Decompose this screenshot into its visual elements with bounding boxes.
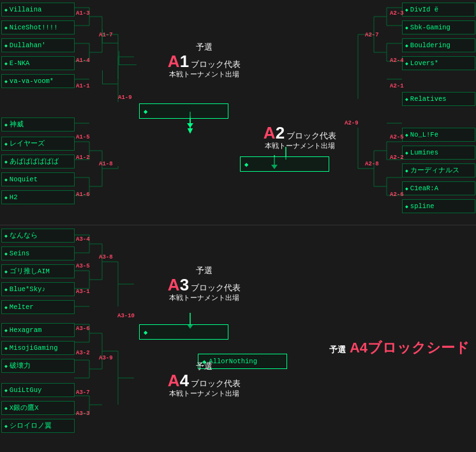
match-label-a1-6: A1-6 <box>76 192 90 198</box>
match-label-a3-10: A3-10 <box>117 313 135 319</box>
team-row: ◆ H2 <box>1 190 75 204</box>
match-label-a3-3: A3-3 <box>76 411 90 417</box>
team-row: ◆ カーディナルス <box>402 163 475 177</box>
team-row: ◆ Melter <box>1 300 75 314</box>
team-row-relatives: ◆ Relatives <box>402 92 475 106</box>
team-row: ◆ MisojiGaming <box>1 341 75 355</box>
match-label-a2-7: A2-7 <box>365 32 379 38</box>
team-row: ◆ Blue*Sky♪ <box>1 282 75 296</box>
team-row: ◆ X銀の鷹X <box>1 401 75 415</box>
match-label-a2-8: A2-8 <box>365 161 379 167</box>
team-row: ◆ Seins <box>1 246 75 260</box>
match-label-a3-2: A3-2 <box>76 350 90 356</box>
team-row: ◆ NiceShot!!!! <box>1 20 75 34</box>
svg-marker-93 <box>187 123 193 128</box>
team-row: ◆ Hexagram <box>1 323 75 337</box>
block-a1-label: 予選 A1 ブロック代表 本戦トーナメント出場 <box>140 41 268 79</box>
team-row: ◆ あばばばばばば <box>1 154 75 169</box>
team-row: ◆ No_L!Fe <box>402 128 475 142</box>
match-label-a2-5: A2-5 <box>390 134 404 140</box>
team-row: ◆ レイヤーズ <box>1 137 75 151</box>
match-label-a2-4: A2-4 <box>390 57 404 64</box>
match-label-a1-4: A1-4 <box>76 57 90 64</box>
match-label-a3-5: A3-5 <box>76 263 90 269</box>
team-row: ◆ Lumines <box>402 146 475 160</box>
match-label-a1-7: A1-7 <box>99 32 113 38</box>
team-row: ◆ シロイロノ翼 <box>1 419 75 433</box>
match-label-a3-1: A3-1 <box>76 289 90 295</box>
match-label-a2-3: A2-3 <box>390 10 404 17</box>
team-row: ◆ va-va-voom* <box>1 74 75 88</box>
block-a2-label: A2 ブロック代表 本戦トーナメント出場 <box>236 124 364 151</box>
team-row: ◆ なんなら <box>1 229 75 243</box>
team-row: ◆ E-NKA <box>1 56 75 70</box>
team-row: ◆ spline <box>402 199 475 213</box>
match-label-a2-2: A2-2 <box>390 154 404 161</box>
team-row: ◆ Villaina <box>1 3 75 17</box>
match-label-a3-7: A3-7 <box>76 389 90 396</box>
match-label-a3-6: A3-6 <box>76 326 90 332</box>
match-label-a2-1: A2-1 <box>390 83 404 89</box>
team-row: ◆ Sbk-Gaming <box>402 20 475 34</box>
match-label-a2-9: A2-9 <box>345 120 359 126</box>
team-row: ◆ 破壊力 <box>1 359 75 373</box>
match-label-a1-5: A1-5 <box>76 134 90 140</box>
block-a4-label: 予選 A4 ブロック代表 本戦トーナメント出場 <box>140 361 268 398</box>
team-row: ◆ Noquiet <box>1 172 75 186</box>
match-label-a3-8: A3-8 <box>99 254 113 260</box>
match-label-a1-1: A1-1 <box>76 83 90 89</box>
block-a3-label: 予選 A3 ブロック代表 本戦トーナメント出場 <box>140 265 268 303</box>
r3-connector-top <box>119 51 137 65</box>
bracket-container: ◆ Villaina ◆ NiceShot!!!! ◆ Dullahan' ◆ … <box>0 0 476 452</box>
match-label-a2-6: A2-6 <box>390 192 404 198</box>
match-label-a3-4: A3-4 <box>76 236 90 243</box>
team-row: ◆ ゴリ推しAIM <box>1 264 75 278</box>
winner-box-a1: ◆ <box>139 103 228 119</box>
team-row: ◆ Bouldering <box>402 38 475 52</box>
match-label-a1-8: A1-8 <box>99 161 113 167</box>
team-row: ◆ C1eaR:A <box>402 181 475 195</box>
team-row: ◆ DivId ë <box>402 3 475 17</box>
winner-box-a2: ◆ <box>240 156 329 172</box>
team-row: ◆ Lovers* <box>402 56 475 70</box>
match-label-a3-9: A3-9 <box>99 355 113 361</box>
team-row: ◆ GuiLtGuy <box>1 383 75 397</box>
match-label-a1-3: A1-3 <box>76 10 90 17</box>
match-label-a1-2: A1-2 <box>76 154 90 161</box>
winner-box-a3: ◆ <box>139 324 228 340</box>
a4-seed-label: 予選 A4ブロックシード <box>329 338 470 358</box>
team-row: ◆ Dullahan' <box>1 38 75 52</box>
match-label-a1-9: A1-9 <box>118 94 132 101</box>
r2-connector-2 <box>102 70 118 84</box>
team-row: ◆ 神威 <box>1 117 75 132</box>
